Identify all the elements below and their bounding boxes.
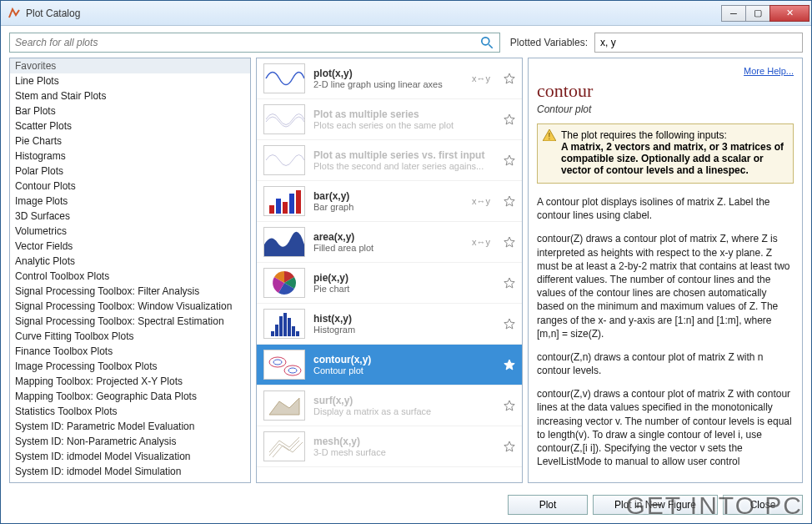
plot-thumbnail	[263, 268, 305, 298]
warn-lead: The plot requires the following inputs:	[561, 129, 727, 141]
swap-xy-icon[interactable]: x↔y	[472, 237, 490, 247]
help-pane: More Help... contour Contour plot ! The …	[528, 58, 803, 483]
category-item[interactable]: Line Plots	[10, 73, 250, 88]
category-item[interactable]: Bar Plots	[10, 103, 250, 118]
category-item[interactable]: Signal Processing Toolbox: Spectral Esti…	[10, 314, 250, 329]
plot-desc: Plots the second and later series agains…	[313, 161, 495, 171]
category-item[interactable]: Volumetrics	[10, 224, 250, 239]
favorite-star-icon[interactable]	[504, 318, 515, 330]
plot-title: plot(x,y)	[313, 68, 464, 79]
plot-item[interactable]: surf(x,y)Display a matrix as a surface	[257, 385, 522, 426]
more-help-link[interactable]: More Help...	[744, 66, 794, 76]
plot-text: surf(x,y)Display a matrix as a surface	[313, 395, 495, 416]
favorite-star-icon[interactable]	[504, 400, 515, 411]
plot-item[interactable]: Plot as multiple seriesPlots each series…	[257, 99, 522, 140]
category-item[interactable]: System ID: idmodel Model Visualization	[10, 449, 250, 464]
plot-title: Plot as multiple series vs. first input	[313, 149, 495, 161]
plotted-vars-label: Plotted Variables:	[507, 37, 588, 48]
plot-thumbnail	[263, 145, 305, 175]
plot-desc: Pie chart	[313, 284, 495, 294]
plot-thumbnail	[263, 390, 305, 421]
svg-rect-8	[275, 325, 278, 336]
category-item[interactable]: Mapping Toolbox: Geographic Data Plots	[10, 389, 250, 404]
plot-text: Plot as multiple seriesPlots each series…	[313, 108, 495, 130]
favorite-star-icon[interactable]	[504, 73, 515, 84]
warn-body: A matrix, 2 vectors and matrix, or 3 mat…	[561, 141, 784, 176]
category-item[interactable]: System ID: idmodel Model Simulation	[10, 464, 250, 479]
favorite-star-icon[interactable]	[504, 195, 515, 207]
favorite-star-icon[interactable]	[504, 277, 515, 289]
category-item[interactable]: Histograms	[10, 149, 250, 164]
plot-text: bar(x,y)Bar graph	[313, 190, 464, 212]
main-grid: FavoritesLine PlotsStem and Stair PlotsB…	[1, 58, 811, 488]
minimize-button[interactable]: ─	[721, 5, 746, 22]
category-item[interactable]: Statistics Toolbox Plots	[10, 404, 250, 419]
category-item[interactable]: Analytic Plots	[10, 254, 250, 269]
swap-xy-icon[interactable]: x↔y	[472, 196, 490, 206]
category-item[interactable]: Polar Plots	[10, 164, 250, 179]
search-input[interactable]	[10, 37, 479, 48]
plot-desc: Display a matrix as a surface	[313, 406, 495, 416]
plot-item[interactable]: plot(x,y)2-D line graph using linear axe…	[257, 58, 522, 99]
svg-rect-7	[271, 331, 274, 336]
plot-desc: 3-D mesh surface	[313, 447, 495, 457]
close-button[interactable]: Close	[723, 495, 803, 515]
svg-rect-3	[276, 199, 281, 214]
category-item[interactable]: Image Plots	[10, 194, 250, 209]
plot-item[interactable]: contour(x,y)Contour plot	[257, 345, 522, 385]
svg-rect-4	[283, 202, 288, 214]
category-item[interactable]: Finance Toolbox Plots	[10, 344, 250, 359]
maximize-button[interactable]: ▢	[745, 5, 770, 22]
plot-title: area(x,y)	[313, 231, 464, 243]
category-item[interactable]: Favorites	[10, 58, 250, 73]
plot-item[interactable]: area(x,y)Filled area plotx↔y	[257, 222, 522, 263]
plot-item[interactable]: mesh(x,y)3-D mesh surface	[257, 426, 522, 467]
svg-point-14	[269, 357, 286, 367]
category-item[interactable]: Pie Charts	[10, 134, 250, 149]
category-item[interactable]: Mapping Toolbox: Projected X-Y Plots	[10, 374, 250, 389]
plot-item[interactable]: bar(x,y)Bar graphx↔y	[257, 181, 522, 222]
swap-xy-icon[interactable]: x↔y	[472, 73, 490, 83]
plotted-vars-input[interactable]	[594, 33, 803, 53]
category-list[interactable]: FavoritesLine PlotsStem and Stair PlotsB…	[9, 58, 251, 483]
svg-rect-11	[288, 318, 291, 336]
plot-new-figure-button[interactable]: Plot in New Figure	[593, 495, 718, 515]
plot-thumbnail	[263, 227, 305, 257]
warning-icon: !	[543, 129, 556, 141]
svg-point-15	[273, 360, 282, 365]
search-icon[interactable]	[479, 35, 494, 50]
plot-desc: Filled area plot	[313, 243, 464, 253]
help-p3: contour(Z,n) draws a contour plot of mat…	[537, 350, 794, 377]
close-window-button[interactable]: ✕	[769, 5, 809, 22]
plot-item[interactable]: pie(x,y)Pie chart	[257, 263, 522, 304]
plot-catalog-window: Plot Catalog ─ ▢ ✕ Plotted Variables: Fa…	[0, 0, 812, 524]
plot-thumbnail	[263, 186, 305, 216]
category-item[interactable]: Scatter Plots	[10, 118, 250, 134]
plot-button[interactable]: Plot	[508, 495, 588, 515]
category-item[interactable]: Image Processing Toolbox Plots	[10, 359, 250, 374]
help-p1: A contour plot displays isolines of matr…	[537, 195, 794, 222]
svg-rect-9	[279, 316, 283, 336]
category-item[interactable]: Stem and Stair Plots	[10, 88, 250, 103]
category-item[interactable]: 3D Surfaces	[10, 209, 250, 224]
category-item[interactable]: System ID: Parametric Model Evaluation	[10, 419, 250, 434]
category-item[interactable]: Control Toolbox Plots	[10, 269, 250, 284]
category-item[interactable]: Vector Fields	[10, 239, 250, 254]
favorite-star-icon[interactable]	[504, 236, 515, 248]
favorite-star-icon[interactable]	[504, 113, 515, 125]
plot-item[interactable]: hist(x,y)Histogram	[257, 304, 522, 345]
favorite-star-icon[interactable]	[504, 441, 515, 452]
category-item[interactable]: Curve Fitting Toolbox Plots	[10, 329, 250, 344]
category-item[interactable]: System ID: Non-Parametric Analysis	[10, 434, 250, 449]
category-item[interactable]: Signal Processing Toolbox: Window Visual…	[10, 299, 250, 314]
plot-title: pie(x,y)	[313, 272, 495, 284]
category-item[interactable]: Signal Processing Toolbox: Filter Analys…	[10, 284, 250, 299]
help-title: contour	[537, 80, 794, 102]
favorite-star-icon[interactable]	[504, 359, 515, 370]
plot-text: area(x,y)Filled area plot	[313, 231, 464, 253]
favorite-star-icon[interactable]	[504, 154, 515, 166]
category-item[interactable]: Contour Plots	[10, 179, 250, 194]
plot-item[interactable]: Plot as multiple series vs. first inputP…	[257, 140, 522, 181]
plot-title: bar(x,y)	[313, 190, 464, 202]
plot-list[interactable]: plot(x,y)2-D line graph using linear axe…	[256, 58, 523, 483]
